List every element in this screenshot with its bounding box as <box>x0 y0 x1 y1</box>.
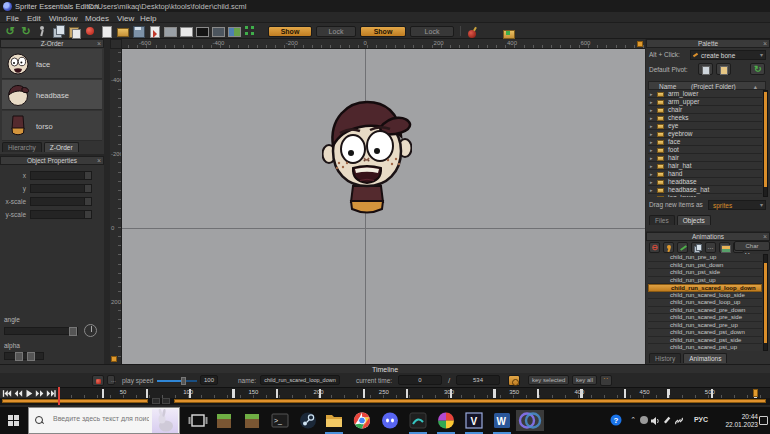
expand-arrow-icon[interactable]: ▸ <box>650 146 653 154</box>
spinner-icon[interactable] <box>84 198 91 205</box>
toolbar-icon[interactable] <box>36 25 48 37</box>
x-scale-field[interactable] <box>30 197 92 206</box>
show-bones-button[interactable]: Show Bones <box>268 26 312 37</box>
expand-arrow-icon[interactable]: ▸ <box>650 114 653 122</box>
toolbar-icon[interactable] <box>164 25 176 37</box>
toolbar-icon[interactable] <box>100 25 112 37</box>
animation-item[interactable]: child_run_scared_pst_side <box>648 337 762 345</box>
animation-item[interactable]: child_run_scared_pst_down <box>648 329 762 337</box>
animation-item[interactable]: child_run_pst_up <box>648 277 762 285</box>
current-time-field[interactable]: 0 <box>398 375 442 385</box>
minecraft-icon[interactable] <box>212 410 236 431</box>
alpha-slider[interactable] <box>4 352 44 360</box>
taskbar-clock[interactable]: 20:44 22.01.2023 <box>718 413 758 429</box>
expand-arrow-icon[interactable]: ▸ <box>650 138 653 146</box>
file-tree-row[interactable]: ▸ foot <box>648 146 762 154</box>
search-input[interactable] <box>51 414 151 423</box>
delete-all-icon[interactable] <box>466 27 478 39</box>
task-view-icon[interactable] <box>186 410 210 431</box>
file-tree-row[interactable]: ▸ eyebrow <box>648 130 762 138</box>
animation-item[interactable]: child_run_scared_loop_down <box>648 284 762 292</box>
next-key-button[interactable] <box>35 389 45 398</box>
file-tree-row[interactable]: ▸ headbase <box>648 178 762 186</box>
zorder-item-face[interactable]: face <box>2 49 102 79</box>
tab-animations[interactable]: Animations <box>683 353 727 363</box>
spriter-taskbar-icon[interactable] <box>516 410 544 431</box>
zorder-item-torso[interactable]: torso <box>2 111 102 141</box>
tab-files[interactable]: Files <box>649 215 675 225</box>
notification-center-icon[interactable] <box>759 416 768 425</box>
expand-arrow-icon[interactable]: ▸ <box>650 186 653 194</box>
file-tree-header[interactable]: Name (Project Folder) ▴ <box>648 81 766 90</box>
expand-arrow-icon[interactable]: ▸ <box>650 162 653 170</box>
more-options-button[interactable]: ... <box>107 375 115 385</box>
file-tree-row[interactable]: ▸ cheeks <box>648 114 762 122</box>
animation-item[interactable]: child_run_pst_side <box>648 269 762 277</box>
zorder-item-headbase[interactable]: headbase <box>2 80 102 110</box>
animation-item[interactable]: child_run_scared_pre_down <box>648 307 762 315</box>
y-field[interactable] <box>30 184 92 193</box>
toolbar-icon[interactable] <box>196 25 208 37</box>
y-scale-field[interactable] <box>30 210 92 219</box>
timeline-playhead[interactable] <box>58 387 60 405</box>
toolbar-icon[interactable] <box>68 25 80 37</box>
scroll-button[interactable] <box>162 398 170 404</box>
file-tree-row[interactable]: ▸ hand <box>648 170 762 178</box>
angle-slider-handle[interactable] <box>69 327 77 336</box>
animation-item[interactable]: child_run_scared_loop_up <box>648 299 762 307</box>
file-tree-row[interactable]: ▸ arm_upper <box>648 98 762 106</box>
expand-arrow-icon[interactable]: ▸ <box>650 130 653 138</box>
pivot-mode-alt-button[interactable] <box>716 63 731 75</box>
toolbar-icon[interactable] <box>244 25 256 37</box>
tab-hierarchy[interactable]: Hierarchy <box>2 142 42 152</box>
expand-arrow-icon[interactable]: ▸ <box>650 98 653 106</box>
animations-toolbar-icon[interactable] <box>705 242 716 253</box>
expand-arrow-icon[interactable]: ▸ <box>650 178 653 186</box>
scrollbar-segment[interactable] <box>2 399 148 403</box>
import-folder-icon[interactable] <box>502 27 514 39</box>
animation-end-marker[interactable] <box>753 389 758 397</box>
play-speed-value[interactable]: 100 <box>200 375 218 385</box>
expand-arrow-icon[interactable]: ▸ <box>650 106 653 114</box>
tab-objects[interactable]: Objects <box>677 215 711 225</box>
toolbar-icon[interactable] <box>116 25 128 37</box>
file-tree-row[interactable]: ▸ arm_lower <box>648 90 762 98</box>
expand-arrow-icon[interactable]: ▸ <box>650 194 653 197</box>
previous-key-button[interactable] <box>13 389 23 398</box>
key-selected-button[interactable]: key selected <box>528 375 569 385</box>
tab-history[interactable]: History <box>649 353 681 363</box>
toolbar-icon[interactable] <box>180 25 192 37</box>
first-frame-button[interactable] <box>2 389 12 398</box>
steam-tray-icon[interactable] <box>640 416 648 425</box>
show-sprites-button[interactable]: Show Sprites <box>360 26 406 37</box>
timeline-ruler[interactable]: 50100150200250300350400450500 <box>57 387 770 398</box>
canvas-pan-marker[interactable] <box>111 356 117 362</box>
close-icon[interactable]: × <box>97 157 101 165</box>
paint-icon[interactable] <box>434 410 458 431</box>
scrollbar-thumb[interactable] <box>764 263 767 343</box>
start-button[interactable] <box>0 407 28 434</box>
file-tree-row[interactable]: ▸ face <box>648 138 762 146</box>
animation-item[interactable]: child_run_scared_pre_side <box>648 314 762 322</box>
alpha-slider-handle[interactable] <box>15 352 23 361</box>
animations-toolbar-icon[interactable] <box>649 242 660 253</box>
chrome-icon[interactable] <box>350 410 374 431</box>
play-button[interactable] <box>24 389 34 398</box>
key-frame-icon[interactable] <box>508 375 520 386</box>
file-tree-row[interactable]: ▸ headbase_hat <box>648 186 762 194</box>
alpha-slider-handle[interactable] <box>27 352 35 361</box>
canvas-pan-marker[interactable] <box>637 41 643 47</box>
last-frame-button[interactable] <box>46 389 56 398</box>
language-indicator[interactable]: РУС <box>694 416 708 423</box>
toolbar-icon[interactable] <box>148 25 160 37</box>
toolbar-icon[interactable] <box>20 25 32 37</box>
toolbar-icon[interactable] <box>52 25 64 37</box>
epic-games-icon[interactable] <box>406 410 430 431</box>
spinner-icon[interactable] <box>84 172 91 179</box>
taskbar-search[interactable] <box>28 407 180 434</box>
play-speed-handle[interactable] <box>181 377 186 385</box>
animation-canvas[interactable] <box>122 49 645 364</box>
animation-item[interactable]: child_run_pre_up <box>648 254 762 262</box>
timeline-scrollbar[interactable] <box>0 398 770 405</box>
x-field[interactable] <box>30 171 92 180</box>
